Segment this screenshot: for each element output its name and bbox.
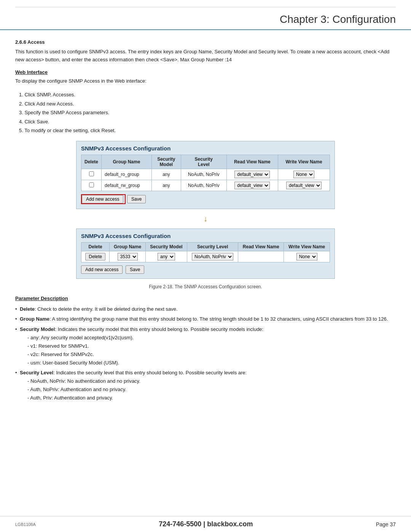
delete-checkbox-1[interactable] bbox=[89, 171, 94, 176]
footer-center-label: 724-746-5500 | blackbox.com bbox=[159, 520, 253, 528]
security-model-select-new[interactable]: any bbox=[158, 253, 175, 260]
bottom-widget-buttons: Add new access Save bbox=[81, 265, 330, 274]
web-interface-intro: To display the configure SNMP Access in … bbox=[15, 77, 396, 85]
col2-delete: Delete bbox=[81, 243, 110, 251]
param-security-model-desc: Indicates the security model that this e… bbox=[58, 326, 264, 332]
top-add-new-access-button[interactable]: Add new access bbox=[82, 195, 123, 203]
col-read-view: Read View Name bbox=[226, 155, 278, 169]
read-view-cell-1[interactable]: default_view bbox=[226, 169, 278, 180]
write-view-select-new[interactable]: None bbox=[296, 253, 317, 260]
sm-usm: usm: User-based Security Model (USM). bbox=[27, 359, 396, 367]
col-security-model: SecurityModel bbox=[151, 155, 181, 169]
bottom-add-new-access-button[interactable]: Add new access bbox=[81, 265, 123, 274]
bottom-widget-title: SNMPv3 Accesses Configuration bbox=[81, 233, 330, 239]
col2-security-model: Security Model bbox=[146, 243, 187, 251]
param-list: Delete: Check to delete the entry. It wi… bbox=[15, 305, 396, 402]
security-model-cell-1: any bbox=[151, 169, 181, 180]
step-1: 1. Click SNMP, Accesses. bbox=[19, 90, 396, 99]
sl-noauth: NoAuth, NoPriv: No authentication and no… bbox=[27, 377, 396, 385]
delete-button-new-row[interactable]: Delete bbox=[85, 253, 105, 260]
param-security-level-label: Security Level bbox=[20, 370, 53, 375]
step-3: 3. Specify the SNMP Access parameters. bbox=[19, 108, 396, 117]
chapter-title: Chapter 3: Configuration bbox=[15, 13, 396, 26]
bottom-config-table: Delete Group Name Security Model Securit… bbox=[81, 242, 330, 262]
col2-security-level: Security Level bbox=[187, 243, 238, 251]
param-security-model: Security Model: Indicates the security m… bbox=[15, 325, 396, 367]
top-save-button[interactable]: Save bbox=[127, 195, 146, 203]
read-view-cell-2[interactable]: default_view bbox=[226, 180, 278, 191]
delete-btn-cell[interactable]: Delete bbox=[81, 251, 110, 262]
param-delete-desc: Check to delete the entry. It will be de… bbox=[37, 306, 177, 312]
table-header-row-2: Delete Group Name Security Model Securit… bbox=[81, 243, 330, 251]
top-config-widget: SNMPv3 Accesses Configuration Delete Gro… bbox=[76, 141, 335, 209]
down-arrow-icon: ↓ bbox=[15, 214, 396, 223]
security-level-cell-2: NoAuth, NoPriv bbox=[181, 180, 226, 191]
delete-checkbox-cell-2[interactable] bbox=[81, 180, 102, 191]
steps-list: 1. Click SNMP, Accesses. 2. Click Add ne… bbox=[15, 90, 396, 135]
page-header: Chapter 3: Configuration bbox=[0, 0, 411, 30]
step-5: 5. To modify or clear the setting, click… bbox=[19, 126, 396, 135]
param-security-level: Security Level: Indicates the security l… bbox=[15, 369, 396, 402]
security-level-select-cell[interactable]: NoAuth, NoPriv bbox=[187, 251, 238, 262]
security-level-cell-1: NoAuth, NoPriv bbox=[181, 169, 226, 180]
table-header-row: Delete Group Name SecurityModel Security… bbox=[81, 155, 330, 169]
read-view-input-cell bbox=[238, 251, 284, 262]
table-row: default_rw_group any NoAuth, NoPriv defa… bbox=[81, 180, 330, 191]
read-view-select-1[interactable]: default_view bbox=[234, 171, 270, 178]
param-group-name-desc: A string identifying the group name that… bbox=[52, 316, 388, 322]
col2-write-view: Write View Name bbox=[284, 243, 330, 251]
param-delete-name: Delete bbox=[20, 306, 35, 312]
step-2: 2. Click Add new Access. bbox=[19, 99, 396, 108]
footer-left-label: LGB1108A bbox=[15, 522, 36, 527]
table-row-new: Delete 3533 any NoAuth, NoP bbox=[81, 251, 330, 262]
sm-v1: v1: Reserved for SNMPv1. bbox=[27, 342, 396, 350]
intro-paragraph: This function is used to configure SNMPv… bbox=[15, 48, 396, 64]
col-write-view: Write View Name bbox=[278, 155, 330, 169]
security-model-cell-2: any bbox=[151, 180, 181, 191]
footer-right-label: Page 37 bbox=[376, 521, 396, 527]
group-name-input-cell[interactable]: 3533 bbox=[110, 251, 146, 262]
group-name-select-new[interactable]: 3533 bbox=[118, 253, 138, 260]
write-view-cell-1[interactable]: None bbox=[278, 169, 330, 180]
table-row: default_ro_group any NoAuth, NoPriv defa… bbox=[81, 169, 330, 180]
group-name-cell-1: default_ro_group bbox=[102, 169, 152, 180]
param-delete: Delete: Check to delete the entry. It wi… bbox=[15, 305, 396, 313]
delete-checkbox-cell[interactable] bbox=[81, 169, 102, 180]
main-content: 2.6.6 Access This function is used to co… bbox=[0, 30, 411, 427]
security-level-select-new[interactable]: NoAuth, NoPriv bbox=[192, 253, 233, 260]
col-delete: Delete bbox=[81, 155, 102, 169]
security-level-sub-list: NoAuth, NoPriv: No authentication and no… bbox=[27, 377, 396, 402]
delete-checkbox-2[interactable] bbox=[89, 182, 94, 187]
group-name-cell-2: default_rw_group bbox=[102, 180, 152, 191]
read-view-select-2[interactable]: default_view bbox=[234, 182, 270, 189]
param-description-title: Parameter Description bbox=[15, 296, 396, 301]
param-group-name-label: Group Name bbox=[20, 316, 49, 322]
param-group-name: Group Name: A string identifying the gro… bbox=[15, 315, 396, 323]
write-view-cell-2[interactable]: default_view bbox=[278, 180, 330, 191]
top-config-table: Delete Group Name SecurityModel Security… bbox=[81, 155, 330, 191]
sm-any: any: Any security model accepted(v1|v2c|… bbox=[27, 334, 396, 342]
sl-auth-priv: Auth, Priv: Authentication and privacy. bbox=[27, 394, 396, 402]
section-number-title: 2.6.6 Access bbox=[15, 39, 396, 45]
sm-v2c: v2c: Reserved for SNMPv2c. bbox=[27, 350, 396, 359]
sl-auth-nopriv: Auth, NoPriv: Authentication and no priv… bbox=[27, 385, 396, 394]
top-widget-title: SNMPv3 Accesses Configuration bbox=[81, 145, 330, 152]
figure-caption: Figure 2-18. The SNMP Accesses Configura… bbox=[15, 284, 396, 289]
write-view-select-cell-new[interactable]: None bbox=[284, 251, 330, 262]
top-widget-buttons: Add new access Save bbox=[81, 194, 330, 204]
col-security-level: SecurityLevel bbox=[181, 155, 226, 169]
page-footer: LGB1108A 724-746-5500 | blackbox.com Pag… bbox=[0, 516, 411, 532]
step-4: 4. Click Save. bbox=[19, 117, 396, 126]
param-security-model-label: Security Model bbox=[20, 326, 55, 332]
write-view-select-2[interactable]: default_view bbox=[286, 182, 322, 189]
col-group-name: Group Name bbox=[102, 155, 152, 169]
security-model-select-cell[interactable]: any bbox=[146, 251, 187, 262]
param-security-level-desc: Indicates the security level that this e… bbox=[56, 370, 247, 375]
col2-group-name: Group Name bbox=[110, 243, 146, 251]
col2-read-view: Read View Name bbox=[238, 243, 284, 251]
web-interface-title: Web Interface bbox=[15, 69, 396, 75]
security-model-sub-list: any: Any security model accepted(v1|v2c|… bbox=[27, 334, 396, 367]
bottom-save-button[interactable]: Save bbox=[126, 265, 144, 274]
bottom-config-widget: SNMPv3 Accesses Configuration Delete Gro… bbox=[76, 228, 335, 279]
write-view-select-1[interactable]: None bbox=[293, 171, 314, 178]
